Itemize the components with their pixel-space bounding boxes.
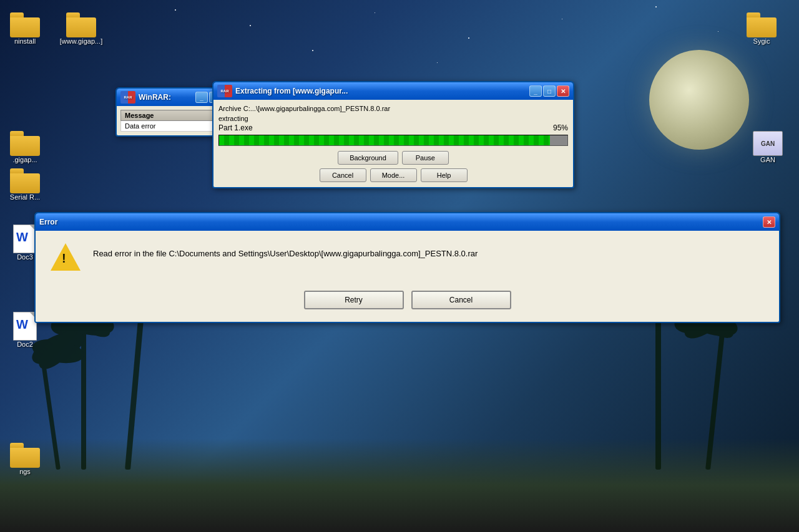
error-title: Error bbox=[39, 218, 57, 226]
warning-icon: ! bbox=[51, 243, 81, 273]
error-content: ! Read error in the file C:\Documents an… bbox=[36, 231, 779, 322]
winrar-extract-buttons-2[interactable]: Cancel Mode... Help bbox=[218, 168, 568, 182]
igan-icon: GAN bbox=[753, 131, 783, 156]
error-message: Read error in the file C:\Documents and … bbox=[93, 243, 478, 259]
svg-rect-19 bbox=[705, 314, 727, 470]
desktop-icon-igan[interactable]: GAN GAN bbox=[743, 131, 793, 163]
desktop-icon-sygic[interactable]: Sygic bbox=[737, 12, 787, 45]
winrar-extract-minimize-button[interactable]: _ bbox=[529, 85, 542, 97]
desktop-icon-gigap2[interactable]: .gigap... bbox=[0, 131, 50, 163]
desktop-icon-gigap1[interactable]: [www.gigap...] bbox=[56, 12, 106, 45]
warning-exclamation: ! bbox=[62, 252, 66, 264]
folder-icon bbox=[10, 12, 40, 37]
folder-icon bbox=[66, 12, 96, 37]
winrar-extract-buttons[interactable]: Background Pause bbox=[218, 151, 568, 165]
desktop-icon-uninstall[interactable]: ninstall bbox=[0, 12, 50, 45]
word-doc-icon-2: W bbox=[13, 312, 37, 341]
icon-label-doc3: Doc3 bbox=[17, 253, 33, 261]
retry-button[interactable]: Retry bbox=[304, 291, 404, 309]
error-titlebar[interactable]: Error ✕ bbox=[36, 213, 779, 231]
icon-label-gigap2: .gigap... bbox=[12, 156, 37, 163]
winrar-help-button[interactable]: Help bbox=[421, 168, 468, 182]
error-body: ! Read error in the file C:\Documents an… bbox=[51, 243, 764, 273]
icon-label-doc2: Doc2 bbox=[17, 341, 33, 348]
winrar-mode-button[interactable]: Mode... bbox=[370, 168, 417, 182]
icon-label-gigap1: [www.gigap...] bbox=[60, 37, 102, 45]
winrar-extracting-label: extracting bbox=[218, 115, 568, 122]
winrar-extract-titlebar[interactable]: RAR Extracting from [www.gigapur... _ □ … bbox=[213, 82, 573, 100]
folder-icon bbox=[10, 168, 40, 193]
word-doc-icon: W bbox=[13, 225, 37, 253]
winrar-icon: RAR bbox=[120, 91, 135, 104]
icon-label-uninstall: ninstall bbox=[14, 37, 36, 45]
winrar-filename: Part 1.exe bbox=[218, 123, 253, 132]
icon-label-sygic: Sygic bbox=[753, 37, 770, 45]
error-titlebar-left: Error bbox=[39, 218, 57, 226]
winrar-warn-title: WinRAR: bbox=[139, 93, 171, 102]
winrar-extract-window: RAR Extracting from [www.gigapur... _ □ … bbox=[212, 81, 574, 188]
folder-icon bbox=[10, 131, 40, 156]
icon-label-serialr: Serial R... bbox=[10, 193, 40, 201]
moon-decoration bbox=[649, 50, 749, 150]
desktop: ninstall [www.gigap...] Sygic .gigap... … bbox=[0, 0, 799, 532]
winrar-progress-fill bbox=[219, 135, 550, 145]
icon-label-igan: GAN bbox=[760, 156, 775, 163]
winrar-warn-titlebar-left: RAR WinRAR: bbox=[120, 91, 171, 104]
folder-icon bbox=[747, 12, 777, 37]
winrar-cancel-button[interactable]: Cancel bbox=[320, 168, 366, 182]
icon-label-ngs: ngs bbox=[19, 468, 31, 475]
winrar-extract-maximize-button[interactable]: □ bbox=[543, 85, 556, 97]
desktop-icon-ngs[interactable]: ngs bbox=[0, 443, 50, 475]
winrar-extract-titlebar-buttons: _ □ ✕ bbox=[529, 85, 569, 97]
winrar-background-button[interactable]: Background bbox=[338, 151, 398, 165]
error-cancel-button[interactable]: Cancel bbox=[411, 291, 511, 309]
desktop-icon-serialr[interactable]: Serial R... bbox=[0, 168, 50, 201]
winrar-extract-content: Archive C:...\[www.gigapurbalingga.com]_… bbox=[213, 100, 573, 187]
winrar-extract-close-button[interactable]: ✕ bbox=[557, 85, 569, 97]
winrar-percent: 95% bbox=[553, 123, 568, 132]
winrar-file-row: Part 1.exe 95% bbox=[218, 123, 568, 132]
error-dialog: Error ✕ ! Read error in the file C:\Docu… bbox=[34, 212, 780, 323]
winrar-extract-icon: RAR bbox=[217, 85, 232, 97]
winrar-warn-minimize-button[interactable]: _ bbox=[195, 92, 208, 103]
winrar-progress-bar bbox=[218, 135, 568, 146]
winrar-extract-titlebar-left: RAR Extracting from [www.gigapur... bbox=[217, 85, 348, 97]
error-buttons[interactable]: Retry Cancel bbox=[51, 291, 764, 309]
error-titlebar-buttons: ✕ bbox=[763, 216, 775, 228]
winrar-extract-title: Extracting from [www.gigapur... bbox=[235, 87, 348, 95]
winrar-pause-button[interactable]: Pause bbox=[402, 151, 449, 165]
error-close-button[interactable]: ✕ bbox=[763, 216, 775, 228]
winrar-archive-path: Archive C:...\[www.gigapurbalingga.com]_… bbox=[218, 105, 568, 112]
folder-icon-ngs bbox=[10, 443, 40, 468]
